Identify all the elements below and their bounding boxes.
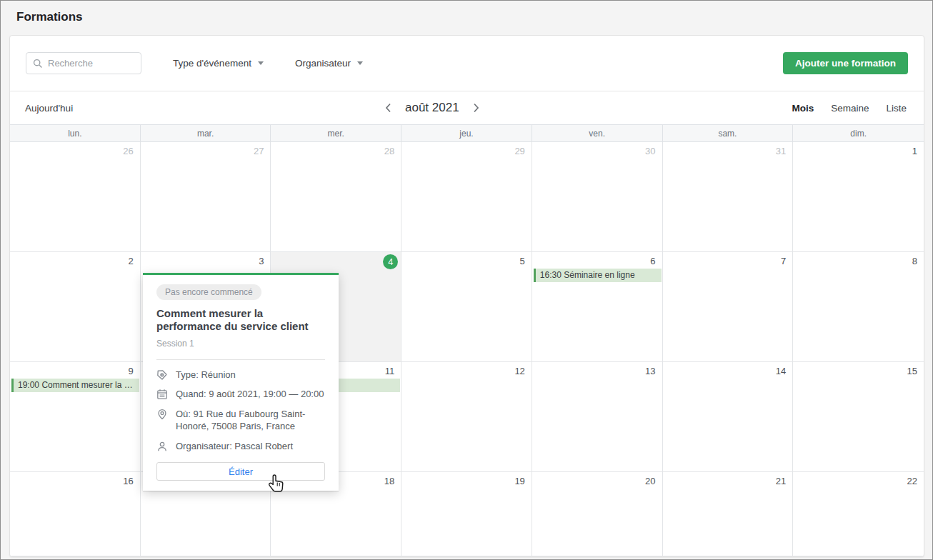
- event-chip-seminaire[interactable]: 16:30 Séminaire en ligne: [534, 269, 662, 282]
- day-number: 2: [128, 256, 133, 266]
- day-number: 20: [645, 476, 655, 486]
- event-title: Séminaire en ligne: [564, 270, 634, 280]
- type-text: Type: Réunion: [176, 369, 236, 381]
- day-number: 11: [385, 366, 395, 376]
- where-text: Où: 91 Rue du Faubourg Saint-Honoré, 750…: [176, 408, 325, 433]
- view-month-button[interactable]: Mois: [792, 103, 814, 114]
- day-number: 5: [520, 256, 525, 266]
- day-cell[interactable]: 8: [793, 252, 924, 362]
- day-cell[interactable]: 28: [271, 142, 401, 252]
- day-cell[interactable]: 5: [401, 252, 532, 362]
- search-icon: [33, 59, 43, 69]
- day-number: 19: [514, 476, 524, 486]
- organizer-text: Organisateur: Pascal Robert: [176, 440, 293, 453]
- search-input[interactable]: [48, 58, 134, 69]
- view-list-button[interactable]: Liste: [886, 103, 907, 114]
- prev-month-button[interactable]: [384, 102, 392, 114]
- day-cell[interactable]: 9 19:00 Comment mesurer la performance d…: [10, 362, 141, 472]
- filter-bar: Type d'événement Organisateur Ajouter un…: [10, 36, 924, 91]
- day-number: 18: [384, 476, 394, 486]
- calendar-toolbar: Aujourd'hui août 2021 Mois Semaine Liste: [10, 91, 924, 124]
- search-box[interactable]: [26, 52, 141, 74]
- next-month-button[interactable]: [472, 102, 480, 114]
- event-type-dropdown-label: Type d'événement: [173, 58, 251, 69]
- day-number: 31: [776, 146, 786, 156]
- day-cell[interactable]: 14: [663, 362, 794, 472]
- today-button[interactable]: Aujourd'hui: [25, 103, 73, 114]
- detail-row-where: Où: 91 Rue du Faubourg Saint-Honoré, 750…: [156, 408, 325, 433]
- view-switcher: Mois Semaine Liste: [792, 103, 907, 114]
- detail-row-organizer: Organisateur: Pascal Robert: [156, 440, 325, 453]
- weekday-header: lun.: [10, 125, 141, 141]
- day-cell[interactable]: 6 16:30 Séminaire en ligne: [532, 252, 663, 362]
- event-popover-title: Comment mesurer la performance du servic…: [156, 307, 325, 334]
- day-cell[interactable]: 19: [401, 472, 532, 556]
- day-number: 22: [907, 476, 917, 486]
- day-cell[interactable]: 20: [532, 472, 663, 556]
- day-number: 16: [123, 476, 133, 486]
- day-cell[interactable]: 29: [401, 142, 532, 252]
- day-number: 27: [254, 146, 264, 156]
- event-chip-formation[interactable]: 19:00 Comment mesurer la performance du …: [11, 379, 139, 392]
- day-cell[interactable]: 12: [401, 362, 532, 472]
- day-number: 8: [912, 256, 917, 266]
- day-cell[interactable]: 31: [663, 142, 794, 252]
- day-number: 30: [645, 146, 655, 156]
- month-navigation: août 2021: [384, 91, 480, 124]
- page-title: Formations: [16, 10, 83, 24]
- event-detail-popover: Pas encore commencé Comment mesurer la p…: [143, 273, 339, 491]
- day-cell[interactable]: 27: [141, 142, 271, 252]
- day-number: 26: [123, 146, 133, 156]
- day-number: 9: [128, 366, 133, 376]
- event-time: 16:30: [540, 270, 562, 280]
- weekday-header-row: lun. mar. mer. jeu. ven. sam. dim.: [10, 124, 924, 142]
- organizer-dropdown[interactable]: Organisateur: [295, 58, 363, 69]
- day-number: 3: [259, 256, 264, 266]
- calendar-icon: [156, 389, 168, 401]
- edit-button[interactable]: Éditer: [156, 462, 325, 481]
- weekday-header: sam.: [663, 125, 794, 141]
- organizer-dropdown-label: Organisateur: [295, 58, 351, 69]
- day-number: 6: [650, 256, 655, 266]
- view-week-button[interactable]: Semaine: [831, 103, 869, 114]
- tag-icon: [156, 369, 168, 381]
- weekday-header: ven.: [532, 125, 663, 141]
- day-cell[interactable]: 13: [532, 362, 663, 472]
- day-number: 13: [645, 366, 655, 376]
- when-text: Quand: 9 août 2021, 19:00 — 20:00: [176, 388, 324, 401]
- day-cell[interactable]: 30: [532, 142, 663, 252]
- day-number: 14: [776, 366, 786, 376]
- month-title: août 2021: [405, 101, 459, 115]
- day-number: 29: [514, 146, 524, 156]
- event-type-dropdown[interactable]: Type d'événement: [173, 58, 264, 69]
- weekday-header: mer.: [271, 125, 401, 141]
- day-number: 21: [776, 476, 786, 486]
- day-number: 12: [514, 366, 524, 376]
- weekday-header: jeu.: [401, 125, 532, 141]
- day-cell[interactable]: 7: [663, 252, 794, 362]
- day-cell[interactable]: 16: [10, 472, 141, 556]
- day-number: 28: [384, 146, 394, 156]
- chevron-down-icon: [357, 61, 363, 65]
- day-number: 15: [907, 366, 917, 376]
- day-number: 1: [912, 146, 917, 156]
- weekday-header: dim.: [793, 125, 924, 141]
- event-time: 19:00: [18, 380, 39, 390]
- person-icon: [156, 441, 168, 453]
- day-cell[interactable]: 22: [793, 472, 924, 556]
- status-badge: Pas encore commencé: [156, 284, 261, 300]
- day-cell[interactable]: 2: [10, 252, 141, 362]
- location-pin-icon: [156, 409, 168, 433]
- divider: [156, 359, 325, 360]
- day-cell[interactable]: 21: [663, 472, 794, 556]
- event-title: Comment mesurer la performance du servic…: [41, 380, 139, 390]
- event-popover-subtitle: Session 1: [156, 339, 325, 349]
- chevron-left-icon: [384, 102, 392, 114]
- detail-row-when: Quand: 9 août 2021, 19:00 — 20:00: [156, 388, 325, 401]
- day-number: 7: [781, 256, 786, 266]
- today-badge: 4: [383, 254, 398, 269]
- day-cell[interactable]: 15: [793, 362, 924, 472]
- add-formation-button[interactable]: Ajouter une formation: [783, 52, 908, 74]
- day-cell[interactable]: 26: [10, 142, 141, 252]
- day-cell[interactable]: 1: [793, 142, 924, 252]
